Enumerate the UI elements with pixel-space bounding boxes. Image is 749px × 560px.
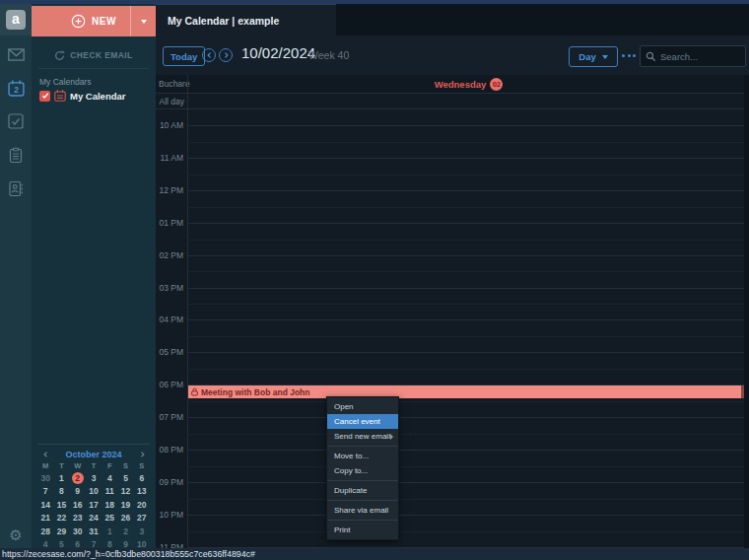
refresh-icon [54, 50, 65, 61]
search-input[interactable] [660, 51, 740, 62]
view-dropdown[interactable]: Day [569, 46, 618, 67]
time-label: 11 AM [156, 153, 183, 163]
mini-day-cell[interactable]: 21 [37, 512, 53, 525]
calendar-toolbar: Today 10/02/2024 Week 40 Day [156, 35, 749, 75]
calendar-list-item[interactable]: My Calendar [39, 90, 126, 102]
new-dropdown-button[interactable] [130, 6, 156, 36]
envelope-icon [8, 48, 25, 61]
mini-day-cell[interactable]: 1 [53, 472, 69, 485]
mini-day-cell[interactable]: 10 [86, 485, 102, 498]
menu-item-send-new-email[interactable]: Send new email [327, 429, 398, 444]
sidebar-item-contacts[interactable] [0, 174, 32, 203]
mini-day-cell[interactable]: 27 [134, 512, 150, 525]
menu-item-share-via-email[interactable]: Share via email [327, 503, 398, 518]
mini-day-cell[interactable]: 19 [117, 499, 133, 512]
new-button[interactable]: NEW [32, 6, 156, 36]
sidebar-item-mail[interactable] [0, 39, 32, 69]
mini-day-cell[interactable]: 30 [37, 472, 53, 485]
mini-day-cell[interactable]: 31 [86, 525, 102, 538]
sidebar-item-tasks[interactable] [0, 106, 32, 136]
hour-row[interactable] [187, 288, 749, 320]
time-label: 09 PM [156, 477, 183, 487]
mini-dow-label: T [53, 460, 69, 472]
mini-day-cell[interactable]: 11 [102, 485, 117, 498]
mini-prev-button[interactable] [37, 451, 53, 458]
allday-cell[interactable] [187, 94, 749, 108]
hour-row[interactable] [187, 158, 749, 190]
chevron-down-icon [602, 55, 608, 59]
hour-row[interactable] [187, 417, 749, 450]
mini-day-cell[interactable]: 12 [117, 485, 133, 498]
chevron-right-icon [139, 451, 146, 458]
mini-day-cell[interactable]: 22 [53, 512, 69, 525]
mini-day-cell[interactable]: 30 [70, 525, 86, 538]
event-meeting[interactable]: Meeting with Bob and John [188, 385, 744, 398]
mini-day-cell[interactable]: 8 [53, 485, 69, 498]
tab-my-calendar[interactable]: My Calendar | example [156, 4, 336, 35]
calendar-checkbox[interactable] [39, 91, 50, 102]
mini-day-cell[interactable]: 6 [134, 472, 150, 485]
hour-row[interactable] [187, 450, 749, 482]
check-email-button[interactable]: CHECK EMAIL [32, 47, 156, 63]
mini-day-cell[interactable]: 7 [37, 485, 53, 498]
hour-row[interactable] [187, 319, 749, 352]
mini-day-cell[interactable]: 28 [37, 525, 53, 538]
mini-day-cell[interactable]: 16 [70, 499, 86, 512]
hour-row[interactable] [187, 125, 749, 158]
calendar-icon: 2 [8, 80, 25, 97]
app-logo[interactable]: a [0, 4, 32, 35]
mini-day-cell[interactable]: 25 [102, 512, 117, 525]
mini-day-cell[interactable]: 13 [134, 485, 150, 498]
day-number-badge[interactable]: 02 [490, 78, 503, 91]
mini-day-cell[interactable]: 26 [117, 512, 133, 525]
mini-day-cell[interactable]: 20 [134, 499, 150, 512]
plus-circle-icon [71, 14, 86, 29]
hour-row[interactable] [187, 223, 749, 255]
mini-day-cell[interactable]: 17 [86, 499, 102, 512]
mini-day-cell[interactable]: 9 [70, 485, 86, 498]
mini-day-cell[interactable]: 5 [117, 472, 133, 485]
mini-day-cell[interactable]: 18 [102, 499, 117, 512]
selected-day-badge: 2 [72, 472, 84, 484]
mini-day-cell[interactable]: 2 [70, 472, 86, 485]
mini-day-cell[interactable]: 3 [134, 525, 150, 538]
mini-day-cell[interactable]: 29 [53, 525, 69, 538]
menu-item-move-to[interactable]: Move to... [327, 449, 398, 463]
lock-icon [191, 387, 198, 396]
settings-gear-icon[interactable]: ⚙ [0, 526, 32, 544]
hour-row[interactable] [187, 352, 749, 385]
view-dropdown-label: Day [579, 51, 595, 62]
mini-day-cell[interactable]: 23 [70, 512, 86, 525]
mini-day-cell[interactable]: 14 [37, 499, 53, 512]
today-button[interactable]: Today [163, 46, 205, 66]
mini-calendar-header: October 2024 [37, 448, 150, 460]
mini-calendar: October 2024 MTWTFSS30123456789101112131… [37, 444, 150, 555]
mini-day-cell[interactable]: 2 [117, 525, 133, 538]
prev-day-button[interactable] [202, 48, 216, 62]
sidebar-item-notes[interactable] [0, 140, 32, 170]
more-actions-button[interactable] [622, 54, 636, 57]
mini-day-cell[interactable]: 24 [86, 512, 102, 525]
menu-item-cancel-event[interactable]: Cancel event [327, 414, 398, 429]
next-day-button[interactable] [219, 48, 233, 62]
hour-row[interactable] [187, 255, 749, 288]
mini-day-cell[interactable]: 15 [53, 499, 69, 512]
current-date-label: 10/02/2024 [241, 44, 315, 61]
event-title: Meeting with Bob and John [201, 387, 310, 397]
sidebar-item-calendar[interactable]: 2 [0, 73, 32, 103]
time-label: 06 PM [156, 380, 183, 389]
menu-item-open[interactable]: Open [327, 399, 398, 414]
mini-day-cell[interactable]: 3 [86, 472, 102, 485]
menu-item-copy-to[interactable]: Copy to... [327, 463, 398, 478]
menu-item-print[interactable]: Print [327, 523, 398, 537]
hour-row[interactable] [187, 482, 749, 515]
hour-row[interactable] [187, 515, 749, 547]
scrollbar-track[interactable] [744, 75, 749, 548]
mini-next-button[interactable] [134, 451, 150, 458]
menu-item-duplicate[interactable]: Duplicate [327, 483, 398, 498]
mini-month-label[interactable]: October 2024 [53, 450, 134, 459]
weekday-label[interactable]: Wednesday [435, 79, 487, 90]
mini-day-cell[interactable]: 1 [102, 525, 117, 538]
hour-row[interactable] [187, 190, 749, 223]
mini-day-cell[interactable]: 4 [102, 472, 117, 485]
